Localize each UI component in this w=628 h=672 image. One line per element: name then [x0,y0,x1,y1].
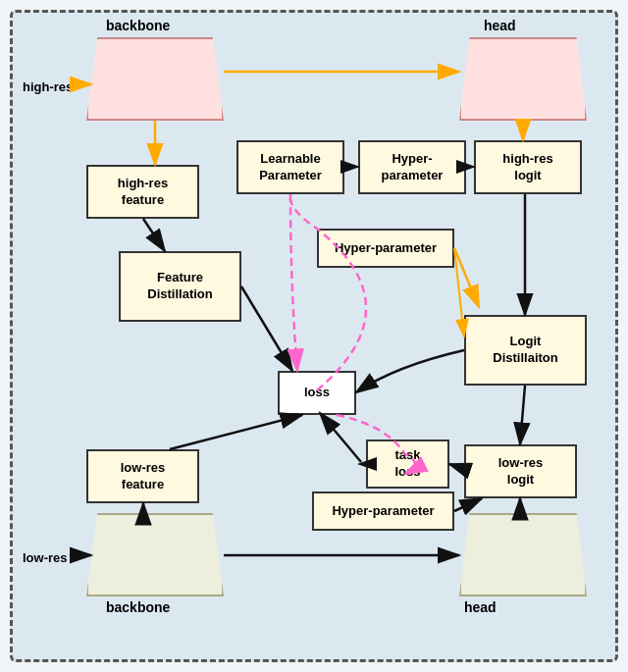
head-bottom-shape [459,513,587,596]
low-res-label: low-res [23,550,68,565]
high-res-logit-box: high-reslogit [474,140,582,194]
head-bottom-label: head [464,599,497,615]
svg-line-9 [143,219,165,251]
learnable-parameter-box: LearnableParameter [236,140,344,194]
task-loss-box: taskloss [366,439,449,489]
backbone-bottom-shape [86,513,224,596]
logit-distillation-box: LogitDistillaiton [464,315,587,386]
backbone-top-label: backbone [106,18,170,33]
high-res-label: high-res [23,79,73,94]
head-top-shape [459,37,587,121]
svg-line-13 [320,413,361,462]
hyper-parameter-box-2: Hyper-parameter [317,229,454,268]
low-res-logit-box: low-reslogit [464,444,577,498]
feature-distillation-box: FeatureDistillation [119,251,241,322]
loss-box: loss [278,371,356,415]
high-res-feature-box: high-resfeature [86,165,199,219]
svg-line-15 [449,464,464,469]
backbone-top-shape [86,37,224,121]
svg-line-14 [520,386,525,444]
hyper-parameter-box-1: Hyper-parameter [358,140,466,194]
backbone-bottom-label: backbone [106,599,170,615]
hyper-parameter-box-3: Hyper-parameter [312,491,454,531]
svg-line-10 [241,286,292,371]
svg-line-16 [454,498,482,511]
diagram-container: backbone head backbone head high-res low… [10,10,618,662]
svg-line-23 [454,248,479,307]
svg-line-24 [454,248,464,336]
head-top-label: head [484,18,516,33]
svg-line-11 [170,415,302,449]
low-res-feature-box: low-resfeature [86,449,199,503]
